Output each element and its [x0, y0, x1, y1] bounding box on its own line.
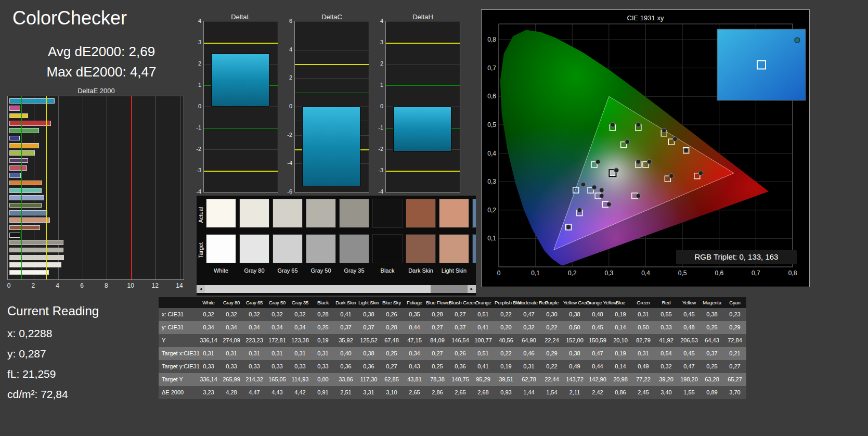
swatch-actual-light-skin[interactable]: [439, 199, 469, 228]
table-cell: 78,38: [426, 373, 449, 386]
deltac-plot-area: [294, 21, 369, 193]
table-cell: 0,31: [243, 347, 266, 360]
table-cell: 0,32: [220, 308, 243, 321]
table-cell: 0,25: [701, 321, 723, 334]
cie-measured-yellow: [662, 129, 667, 133]
table-col-header: Gray 50: [266, 297, 289, 308]
swatch-actual-gray-35[interactable]: [339, 199, 369, 228]
table-cell: 0,36: [334, 360, 357, 373]
table-cell: 0,54: [655, 347, 678, 360]
swatch-actual-white[interactable]: [206, 199, 236, 228]
table-cell: 0,41: [472, 360, 495, 373]
swatch-target-light-skin[interactable]: [439, 234, 469, 263]
table-cell: 39,20: [655, 373, 678, 386]
table-cell: 0,27: [723, 360, 746, 373]
table-cell: 3,31: [357, 386, 380, 399]
swatch-target-gray-50[interactable]: [306, 234, 336, 263]
table-cell: 0,47: [678, 360, 701, 373]
table-cell: 0,47: [586, 347, 609, 360]
scrollbar-left-arrow[interactable]: ◄: [197, 285, 205, 293]
table-cell: 0,20: [495, 321, 517, 334]
deltae-tick-label: 4: [51, 282, 64, 289]
table-cell: 0,44: [403, 321, 426, 334]
cie-y-tick-label: 0,3: [487, 178, 496, 185]
swatch-label: Blue Sky: [472, 267, 476, 274]
table-cell: 3,23: [197, 386, 220, 399]
table-col-header: Yellow Green: [563, 297, 586, 308]
swatch-target-dark-skin[interactable]: [406, 234, 436, 263]
table-col-header: Bluish Green: [449, 297, 472, 308]
table-cell: 214,32: [243, 373, 266, 386]
deltae-bar-dark-skin: [9, 225, 40, 230]
deltae-bar-yellow: [9, 113, 28, 119]
table-cell: 0,31: [266, 347, 289, 360]
table-cell: 0,19: [609, 347, 632, 360]
current-reading-cdm2: cd/m²: 72,84: [7, 388, 68, 401]
deltae-bar-chart: [7, 96, 184, 280]
table-cell: 265,99: [220, 373, 243, 386]
table-cell: 0,31: [197, 347, 220, 360]
swatch-actual-black[interactable]: [372, 199, 403, 228]
table-cell: 62,85: [380, 373, 403, 386]
cie-zoom-inset: [717, 29, 806, 100]
swatch-panel: Actual Target WhiteGray 80Gray 65Gray 50…: [197, 196, 476, 296]
table-cell: 0,38: [563, 308, 586, 321]
table-cell: 0,23: [723, 308, 746, 321]
table-cell: 0,19: [609, 308, 632, 321]
table-cell: 146,54: [449, 334, 472, 347]
swatch-target-white[interactable]: [206, 234, 236, 263]
scrollbar-track[interactable]: [205, 285, 468, 293]
table-cell: 0,28: [426, 308, 449, 321]
table-cell: 0,32: [517, 321, 540, 334]
swatch-actual-gray-65[interactable]: [273, 199, 303, 228]
swatch-target-blue-sky[interactable]: [472, 234, 476, 263]
swatch-target-gray-35[interactable]: [339, 234, 369, 263]
deltae-bar-orange-yellow: [9, 143, 39, 148]
vchart-tick-label: 3: [187, 39, 201, 45]
table-cell: 0,45: [678, 347, 701, 360]
vchart-tick-label: 1: [187, 82, 201, 88]
table-cell: 0,37: [334, 321, 357, 334]
table-cell: 20,98: [609, 373, 632, 386]
swatch-target-black[interactable]: [372, 234, 403, 263]
table-cell: 2,45: [632, 386, 655, 399]
vchart-tick-label: -2: [369, 146, 383, 152]
scrollbar-thumb[interactable]: [205, 285, 431, 293]
cie-x-tick-label: 0,2: [568, 270, 577, 277]
table-cell: 0,34: [243, 321, 266, 334]
table-cell: 2,42: [586, 386, 609, 399]
cie-y-tick-label: 0,6: [487, 93, 496, 100]
swatch-scrollbar[interactable]: ◄ ►: [197, 285, 476, 293]
table-cell: 0,33: [655, 321, 678, 334]
swatch-target-gray-80[interactable]: [239, 234, 269, 263]
swatch-actual-gray-80[interactable]: [239, 199, 269, 228]
swatch-target-gray-65[interactable]: [273, 234, 303, 263]
table-cell: 0,45: [586, 321, 609, 334]
cie-y-tick-label: 0,8: [487, 36, 496, 43]
table-cell: 0,49: [563, 360, 586, 373]
table-cell: 0,33: [312, 360, 334, 373]
scrollbar-right-arrow[interactable]: ►: [468, 285, 476, 293]
table-row-label: Target x:CIE31: [159, 347, 197, 360]
cie-measured-blue-sky: [592, 185, 597, 190]
table-cell: 2,11: [563, 386, 586, 399]
current-reading-title: Current Reading: [7, 304, 99, 318]
table-cell: 72,84: [723, 334, 746, 347]
table-col-header: Magenta: [701, 297, 723, 308]
table-col-header: Dark Skin: [334, 297, 357, 308]
table-col-header: Orange: [472, 297, 495, 308]
table-cell: 0,32: [655, 360, 678, 373]
table-cell: 0,29: [540, 347, 563, 360]
table-cell: 65,27: [723, 373, 746, 386]
cie-x-tick-label: 0,1: [531, 270, 540, 277]
table-cell: 1,44: [517, 386, 540, 399]
swatch-actual-gray-50[interactable]: [306, 199, 336, 228]
deltae-bar-gray-35: [9, 240, 63, 245]
cie-measured-gray-35: [614, 168, 619, 173]
swatch-label: Light Skin: [439, 267, 469, 274]
deltae-bar-yellow-green: [9, 150, 35, 156]
swatch-actual-blue-sky[interactable]: [472, 199, 476, 228]
table-cell: 0,27: [426, 321, 449, 334]
swatch-actual-dark-skin[interactable]: [406, 199, 436, 228]
table-cell: 0,22: [495, 347, 517, 360]
